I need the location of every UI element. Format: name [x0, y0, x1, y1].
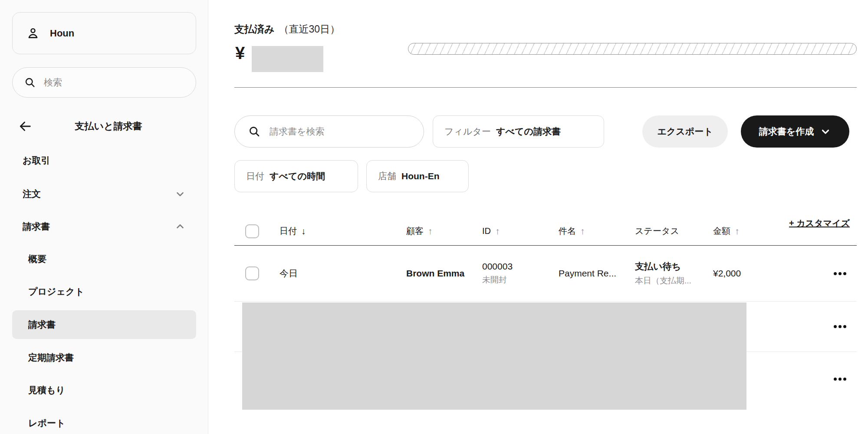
chevron-up-icon: [174, 221, 186, 232]
date-filter-dropdown[interactable]: 日付 すべての時間: [234, 160, 358, 192]
sort-asc-icon: ↑: [495, 226, 500, 237]
col-header-id[interactable]: ID ↑: [482, 226, 559, 237]
sidebar-item-transactions[interactable]: お取引: [12, 146, 196, 175]
search-icon: [24, 76, 36, 89]
location-filter-dropdown[interactable]: 店舗 Houn-En: [366, 160, 469, 192]
select-all-checkbox[interactable]: [245, 224, 259, 238]
col-header-amount[interactable]: 金額 ↑: [713, 225, 789, 237]
sidebar-item-estimates[interactable]: 見積もり: [12, 376, 196, 404]
row-overflow-button[interactable]: [830, 269, 850, 279]
sidebar-item-invoices-list[interactable]: 請求書: [12, 310, 196, 339]
person-icon: [26, 26, 40, 41]
sort-asc-icon: ↑: [580, 226, 585, 237]
table-header-row: 日付 ↓ 顧客 ↑ ID ↑ 件名 ↑ ステータス: [234, 217, 857, 246]
cell-date: 今日: [279, 267, 406, 279]
cell-id: 000003 未開封: [482, 261, 559, 286]
table-row[interactable]: 今日 Brown Emma 000003 未開封 Payment Re... 支…: [234, 246, 857, 302]
customize-columns-link[interactable]: + カスタマイズ: [789, 218, 852, 228]
cell-id-status: 未開封: [482, 274, 559, 286]
redacted-rows-overlay: [242, 302, 746, 410]
sort-desc-icon: ↓: [301, 226, 306, 237]
currency-symbol: ¥: [235, 43, 245, 63]
invoice-search-input[interactable]: 請求書を検索: [234, 115, 424, 148]
sidebar: Houn 検索 支払いと請求書 お取引 注文: [0, 0, 208, 434]
filter-dropdown[interactable]: フィルター すべての請求書: [433, 115, 604, 148]
cell-customer: Brown Emma: [406, 268, 482, 279]
row-overflow-button[interactable]: [830, 374, 850, 384]
divider: [234, 87, 857, 88]
sort-asc-icon: ↑: [428, 226, 433, 237]
cell-status: 支払い待ち 本日（支払期...: [635, 260, 713, 286]
chevron-down-icon: [174, 188, 186, 200]
col-header-customer[interactable]: 顧客 ↑: [406, 225, 482, 237]
chevron-down-icon: [820, 126, 831, 137]
row-overflow-button[interactable]: [830, 322, 850, 332]
paid-summary-period: （直近30日）: [279, 23, 340, 36]
account-name: Houn: [50, 28, 74, 39]
export-button[interactable]: エクスポート: [642, 115, 728, 148]
paid-summary-title: 支払済み: [234, 23, 275, 36]
search-icon: [248, 125, 261, 138]
back-arrow-icon[interactable]: [16, 118, 34, 135]
cell-amount: ¥2,000: [713, 268, 789, 279]
sort-asc-icon: ↑: [735, 226, 740, 237]
cell-status-due: 本日（支払期...: [635, 275, 713, 286]
loading-skeleton-bar: [408, 43, 857, 55]
col-header-status: ステータス: [635, 225, 713, 237]
sidebar-item-reports[interactable]: レポート: [12, 409, 196, 434]
invoices-page: Houn 検索 支払いと請求書 お取引 注文: [0, 0, 868, 434]
invoice-search-placeholder: 請求書を検索: [270, 125, 325, 138]
col-header-date[interactable]: 日付 ↓: [279, 225, 406, 237]
section-title: 支払いと請求書: [52, 120, 165, 133]
sidebar-item-overview[interactable]: 概要: [12, 245, 196, 273]
create-invoice-button[interactable]: 請求書を作成: [741, 115, 849, 148]
paid-summary: 支払済み （直近30日）: [234, 23, 340, 36]
sidebar-search-placeholder: 検索: [44, 76, 62, 89]
row-checkbox[interactable]: [245, 266, 259, 280]
sidebar-item-orders[interactable]: 注文: [12, 180, 196, 208]
sidebar-item-invoices[interactable]: 請求書: [12, 212, 196, 241]
sidebar-item-recurring-invoices[interactable]: 定期請求書: [12, 343, 196, 372]
sidebar-search-input[interactable]: 検索: [12, 67, 196, 98]
cell-subject: Payment Re...: [559, 268, 635, 279]
account-menu-button[interactable]: Houn: [12, 12, 196, 54]
section-header: 支払いと請求書: [0, 114, 208, 139]
col-header-subject[interactable]: 件名 ↑: [559, 225, 635, 237]
redacted-amount: [252, 46, 323, 72]
sidebar-item-projects[interactable]: プロジェクト: [12, 277, 196, 306]
